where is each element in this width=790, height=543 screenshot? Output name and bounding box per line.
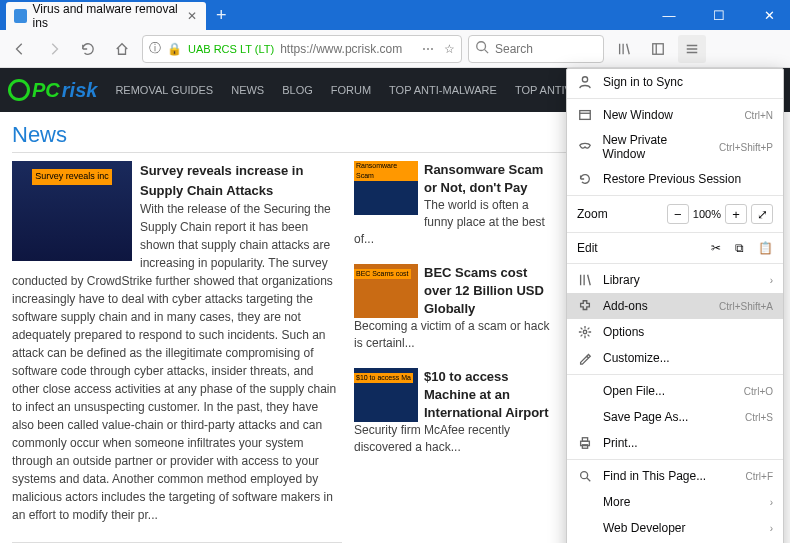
menu-open-file[interactable]: Open File...Ctrl+O [567,378,783,404]
mini-thumb: Ransomware Scam [354,161,418,215]
menu-customize[interactable]: Customize... [567,345,783,371]
mini-thumb: BEC Scams cost [354,264,418,318]
bookmark-star-icon[interactable]: ☆ [444,42,455,56]
mini-article: $10 to access Ma $10 to access Machine a… [354,368,554,456]
svg-point-4 [583,330,587,334]
menu-save-page[interactable]: Save Page As...Ctrl+S [567,404,783,430]
menu-label: More [603,495,630,509]
menu-zoom: Zoom − 100% + ⤢ [567,199,783,229]
app-menu-panel: Sign in to Sync New WindowCtrl+N New Pri… [566,68,784,543]
nav-link[interactable]: BLOG [282,84,313,96]
mini-body: Becoming a victim of a scam or hack is c… [354,319,549,350]
sidebar-button[interactable] [644,35,672,63]
zoom-in-button[interactable]: + [725,204,747,224]
menu-web-developer[interactable]: Web Developer› [567,515,783,541]
menu-sign-in[interactable]: Sign in to Sync [567,69,783,95]
page-actions-icon[interactable]: ⋯ [422,42,434,56]
menu-library[interactable]: Library› [567,267,783,293]
minimize-button[interactable]: — [654,8,684,23]
url-text: https://www.pcrisk.com [280,42,402,56]
forward-button[interactable] [40,35,68,63]
search-bar[interactable] [468,35,604,63]
svg-rect-7 [582,445,587,449]
menu-label: Restore Previous Session [603,172,741,186]
close-tab-icon[interactable]: ✕ [185,9,198,23]
menu-options[interactable]: Options [567,319,783,345]
tab-favicon [14,9,27,23]
nav-link[interactable]: NEWS [231,84,264,96]
article-title[interactable]: Survey reveals increase in Supply Chain … [140,163,303,198]
menu-new-private-window[interactable]: New Private WindowCtrl+Shift+P [567,128,783,166]
nav-link[interactable]: TOP ANTI-MALWARE [389,84,497,96]
menu-find[interactable]: Find in This Page...Ctrl+F [567,463,783,489]
magnifier-icon [8,79,30,101]
svg-rect-6 [582,438,587,442]
zoom-out-button[interactable]: − [667,204,689,224]
window-icon [577,107,593,123]
zoom-value: 100% [693,208,721,220]
search-icon [475,40,489,57]
library-button[interactable] [610,35,638,63]
menu-restore-session[interactable]: Restore Previous Session [567,166,783,192]
mini-article: Ransomware Scam Ransomware Scam or Not, … [354,161,554,248]
address-bar[interactable]: ⓘ 🔒 UAB RCS LT (LT) https://www.pcrisk.c… [142,35,462,63]
svg-point-2 [582,77,587,82]
cut-icon[interactable]: ✂ [711,241,721,255]
menu-more[interactable]: More› [567,489,783,515]
mask-icon [577,139,592,155]
menu-label: Add-ons [603,299,648,313]
svg-point-0 [477,42,486,51]
menu-label: Find in This Page... [603,469,706,483]
puzzle-icon [577,298,593,314]
paint-icon [577,350,593,366]
menu-label: New Private Window [602,133,709,161]
print-icon [577,435,593,451]
close-window-button[interactable]: ✕ [754,8,784,23]
fullscreen-button[interactable]: ⤢ [751,204,773,224]
mini-title[interactable]: Ransomware Scam or Not, don't Pay [424,162,543,195]
gear-icon [577,324,593,340]
mini-title[interactable]: $10 to access Machine at an Internationa… [424,369,548,420]
menu-label: Sign in to Sync [603,75,683,89]
info-icon[interactable]: ⓘ [149,40,161,57]
mini-article: BEC Scams cost BEC Scams cost over 12 Bi… [354,264,554,352]
hamburger-menu-button[interactable] [678,35,706,63]
mini-body: Security firm McAfee recently discovered… [354,423,510,454]
cert-label: UAB RCS LT (LT) [188,43,274,55]
maximize-button[interactable]: ☐ [704,8,734,23]
copy-icon[interactable]: ⧉ [735,241,744,255]
main-article: Survey reveals inc Survey reveals increa… [12,161,342,543]
mini-title[interactable]: BEC Scams cost over 12 Billion USD Globa… [424,265,544,316]
search-input[interactable] [495,42,597,56]
menu-label: Options [603,325,644,339]
home-button[interactable] [108,35,136,63]
nav-link[interactable]: REMOVAL GUIDES [115,84,213,96]
svg-rect-3 [580,111,591,120]
secondary-articles: Ransomware Scam Ransomware Scam or Not, … [354,161,554,543]
svg-point-8 [581,472,588,479]
menu-label: Customize... [603,351,670,365]
menu-edit: Edit ✂ ⧉ 📋 [567,236,783,260]
article-thumbnail: Survey reveals inc [12,161,132,261]
menu-label: New Window [603,108,673,122]
tab-title: Virus and malware removal ins [33,2,180,30]
paste-icon[interactable]: 📋 [758,241,773,255]
browser-tab[interactable]: Virus and malware removal ins ✕ [6,2,206,30]
menu-label: Open File... [603,384,665,398]
site-logo[interactable]: PCrisk [8,79,97,102]
back-button[interactable] [6,35,34,63]
svg-rect-1 [653,43,664,54]
library-icon [577,272,593,288]
search-icon [577,468,593,484]
menu-label: Library [603,273,640,287]
reload-button[interactable] [74,35,102,63]
window-titlebar: Virus and malware removal ins ✕ + — ☐ ✕ [0,0,790,30]
menu-label: Zoom [577,207,608,221]
menu-label: Save Page As... [603,410,688,424]
menu-addons[interactable]: Add-onsCtrl+Shift+A [567,293,783,319]
menu-new-window[interactable]: New WindowCtrl+N [567,102,783,128]
menu-print[interactable]: Print... [567,430,783,456]
menu-label: Edit [577,241,598,255]
nav-link[interactable]: FORUM [331,84,371,96]
new-tab-button[interactable]: + [216,5,227,26]
